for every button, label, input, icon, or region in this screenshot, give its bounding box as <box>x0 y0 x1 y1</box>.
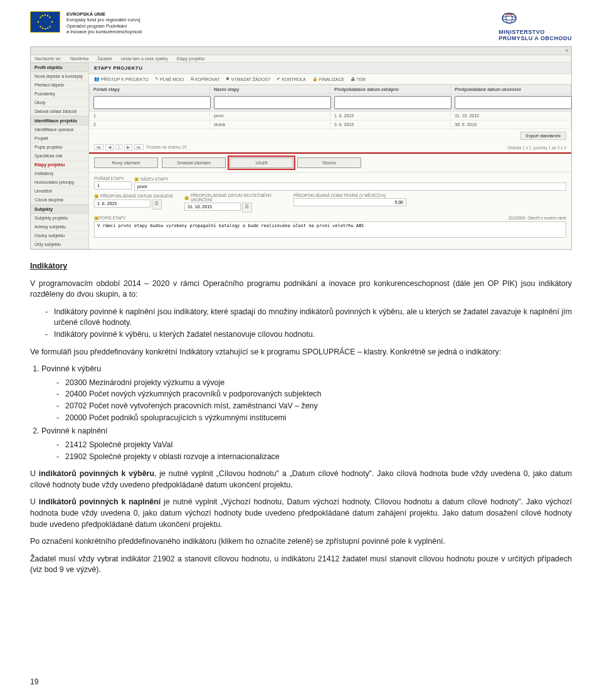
svg-point-7 <box>49 26 51 28</box>
export-button[interactable]: Export standardní <box>520 132 566 140</box>
svg-point-1 <box>45 28 46 30</box>
end-date-input[interactable] <box>184 203 241 211</box>
list-item: 21412 Společné projekty VaVaI <box>56 440 572 451</box>
table-header[interactable]: Pořadí etapy <box>90 85 210 94</box>
panel-toolbar: 👥 PŘÍSTUP K PROJEKTU ✎ PLNÉ MOCI ⧉ KOPÍR… <box>89 74 571 85</box>
toolbar-delete-button[interactable]: ✖ VYMAZAT ŽÁDOST <box>226 77 270 82</box>
breadcrumb-link[interactable]: Žadatel <box>97 56 112 61</box>
mpo-logo-block: MINISTERSTVO PRŮMYSLU A OBCHODU <box>499 11 572 41</box>
svg-point-8 <box>42 15 44 17</box>
calendar-icon[interactable]: 🗓 <box>242 203 252 213</box>
paragraph: Žadatel musí vždy vybrat indikátor 21902… <box>30 554 572 576</box>
breadcrumb-current: Etapy projektu <box>177 56 205 61</box>
pager-first-button[interactable]: ⏮ <box>94 144 103 150</box>
sidebar-item[interactable]: Identifikace operace <box>31 125 88 134</box>
svg-point-6 <box>40 26 41 28</box>
table-filter[interactable] <box>210 94 330 112</box>
table-header[interactable]: Předpokládané datum ukončení <box>451 85 571 94</box>
table-row[interactable]: 2druhá3. 6. 201530. 6. 2016 <box>90 120 571 129</box>
svg-point-10 <box>42 28 44 29</box>
svg-point-11 <box>47 28 49 29</box>
order-input[interactable] <box>94 181 132 189</box>
stages-table: Pořadí etapy Název etapy Předpokládané d… <box>89 85 571 129</box>
sidebar: Profil objektu Nová depeše a koncepty Př… <box>31 63 89 249</box>
sidebar-item[interactable]: Poznámky <box>31 90 88 98</box>
breadcrumb-link[interactable]: Nástěnka <box>70 56 89 61</box>
save-button[interactable]: Uložit <box>230 157 293 168</box>
pager-page[interactable]: 1 <box>115 144 123 150</box>
svg-point-0 <box>45 14 46 16</box>
sidebar-item[interactable]: Umístění <box>31 187 88 196</box>
table-filter[interactable] <box>90 94 210 112</box>
sidebar-item[interactable]: Indikátory <box>31 169 88 178</box>
sidebar-section: Profil objektu <box>31 63 88 72</box>
list-item: Indikátory povinné k výběru, u kterých ž… <box>45 329 572 341</box>
sidebar-item[interactable]: Datová oblast žádosti <box>31 107 88 116</box>
label-end-date: ▣PŘEDPOKLÁDANÉ DATUM SKUTEČNÉHO UKONČENÍ <box>184 193 291 202</box>
pager-last-button[interactable]: ⏭ <box>134 144 144 150</box>
list-item: Povinné k výběru 20300 Mezinárodní proje… <box>41 364 572 423</box>
close-icon[interactable]: ✕ <box>565 48 569 53</box>
toolbar-access-button[interactable]: 👥 PŘÍSTUP K PROJEKTU <box>94 77 149 82</box>
sidebar-item[interactable]: Projekt <box>31 134 88 143</box>
sidebar-item[interactable]: Cílová skupina <box>31 196 88 204</box>
svg-point-5 <box>49 16 51 18</box>
pager-prev-button[interactable]: ◀ <box>105 144 114 151</box>
window-titlebar: ✕ <box>31 47 571 55</box>
paragraph: U indikátorů povinných k výběru, je nutn… <box>30 469 572 491</box>
label-start-date: ▣PŘEDPOKLÁDANÉ DATUM ZAHÁJENÍ <box>94 193 182 199</box>
panel-title: ETAPY PROJEKTU <box>89 63 571 74</box>
list-item: 20300 Mezinárodní projekty výzkumu a výv… <box>56 378 572 389</box>
breadcrumb-link[interactable]: cesta tam a zase zpátky <box>121 56 168 61</box>
table-header[interactable]: Název etapy <box>210 85 330 94</box>
sidebar-item[interactable]: Popis projektu <box>31 143 88 152</box>
sidebar-section: Subjekty <box>31 204 88 214</box>
eu-logo-block: EVROPSKÁ UNIE Evropský fond pro regionál… <box>30 11 142 35</box>
duration-input[interactable] <box>293 198 406 206</box>
sidebar-item[interactable]: Specifické cíle <box>31 152 88 161</box>
app-screenshot: ✕ Nacházíte se: Nástěnka Žadatel cesta t… <box>30 46 572 250</box>
pager-next-button[interactable]: ▶ <box>124 144 132 151</box>
cancel-button[interactable]: Storno <box>297 157 361 168</box>
new-record-button[interactable]: Nový záznam <box>94 157 158 168</box>
table-header[interactable]: Předpokládané datum zahájení <box>330 85 451 94</box>
sidebar-item[interactable]: Subjekty projektu <box>31 214 88 223</box>
toolbar-power-button[interactable]: ✎ PLNÉ MOCI <box>155 77 184 82</box>
open-new-window-link[interactable]: Otevřít v novém okně <box>527 216 566 220</box>
sidebar-item[interactable]: Adresy subjektu <box>31 223 88 231</box>
sidebar-item[interactable]: Přehled dépeší <box>31 81 88 90</box>
label-name: ▣NÁZEV ETAPY <box>134 176 566 182</box>
page-header: EVROPSKÁ UNIE Evropský fond pro regionál… <box>30 11 572 41</box>
toolbar-check-button[interactable]: ✔ KONTROLA <box>277 77 306 82</box>
eu-text: EVROPSKÁ UNIE Evropský fond pro regionál… <box>66 11 142 35</box>
sidebar-item[interactable]: Osoby subjektu <box>31 231 88 240</box>
sidebar-item[interactable]: Nová depeše a koncepty <box>31 72 88 81</box>
paragraph: V programovacím období 2014 – 2020 v rám… <box>30 278 572 300</box>
sidebar-item[interactable]: Úkoly <box>31 98 88 107</box>
sidebar-item[interactable]: Účty subjektu <box>31 240 88 249</box>
name-input[interactable] <box>134 183 566 191</box>
delete-record-button[interactable]: Smazat záznam <box>162 157 226 168</box>
svg-point-4 <box>40 16 41 18</box>
toolbar-print-button[interactable]: 🖶 TISK <box>351 77 366 82</box>
table-filter[interactable] <box>451 94 571 112</box>
paragraph: Po označení konkrétního předdefinovaného… <box>30 536 572 548</box>
main-panel: ETAPY PROJEKTU 👥 PŘÍSTUP K PROJEKTU ✎ PL… <box>89 63 571 249</box>
sidebar-item[interactable]: Horizontální principy <box>31 178 88 187</box>
toolbar-copy-button[interactable]: ⧉ KOPÍROVAT <box>191 77 220 82</box>
description-textarea[interactable]: V rámci první etapy budou vyrobeny propa… <box>94 221 566 238</box>
calendar-icon[interactable]: 🗓 <box>152 199 162 209</box>
list-item: Povinné k naplnění 21412 Společné projek… <box>41 426 572 462</box>
pager-pagesize[interactable]: Položek na stránku 25 <box>147 145 187 149</box>
svg-point-13 <box>502 16 516 20</box>
paragraph: U indikátorů povinných k naplnění je nut… <box>30 497 572 530</box>
export-bar: Export standardní <box>94 132 566 140</box>
start-date-input[interactable] <box>94 199 150 208</box>
toolbar-finalize-button[interactable]: 🔒 FINALIZACE <box>312 77 344 82</box>
label-duration: PŘEDPOKLÁDANÁ DOBA TRVÁNÍ (V MĚSÍCÍCH) <box>293 193 406 198</box>
document-body: Indikátory V programovacím období 2014 –… <box>30 261 572 576</box>
sidebar-item-active[interactable]: Etapy projektu <box>31 161 88 169</box>
table-row[interactable]: 1první1. 6. 201531. 10. 2015 <box>90 112 571 120</box>
label-description: POPIS ETAPY <box>99 216 126 220</box>
table-filter[interactable] <box>330 94 451 112</box>
